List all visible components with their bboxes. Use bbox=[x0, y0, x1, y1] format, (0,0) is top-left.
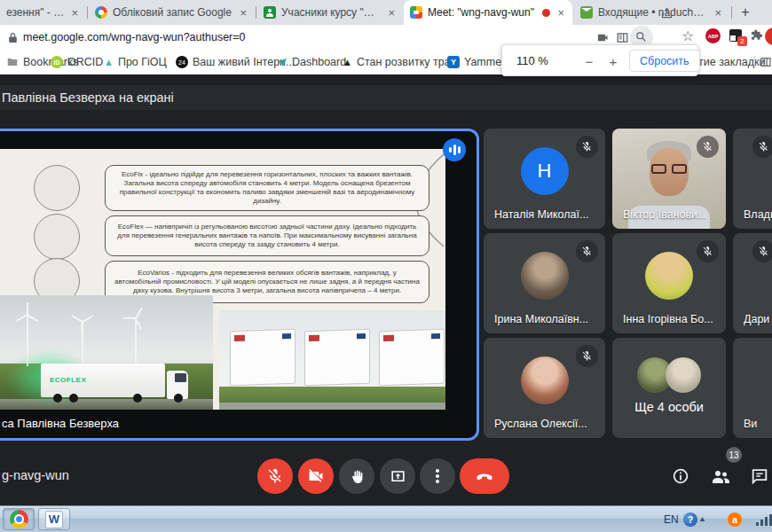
chat-button[interactable] bbox=[750, 466, 769, 486]
participant-tile-natalia[interactable]: Н Наталія Миколаї... bbox=[484, 129, 605, 229]
mic-toggle-button[interactable] bbox=[257, 458, 293, 494]
ecoflex-logo: ECOFLEX bbox=[50, 376, 86, 384]
trailer bbox=[230, 329, 295, 387]
video-person-glasses bbox=[650, 164, 689, 175]
lock-icon bbox=[7, 32, 19, 43]
participant-tile-you[interactable]: Ви bbox=[733, 338, 772, 438]
bookmark-orcid[interactable]: iD ORCID bbox=[51, 50, 103, 74]
divider bbox=[754, 56, 755, 68]
participant-name: Влади bbox=[744, 208, 772, 221]
close-icon[interactable]: × bbox=[713, 7, 723, 19]
taskbar-chrome-button[interactable] bbox=[3, 508, 35, 530]
tab-title: Обліковий запис Google bbox=[113, 6, 232, 19]
network-signal-icon[interactable] bbox=[756, 514, 772, 526]
participant-tile-viktor[interactable]: Віктор Іванови... bbox=[612, 129, 726, 229]
chrome-icon bbox=[10, 510, 28, 528]
end-call-button[interactable] bbox=[460, 458, 509, 494]
participant-tile-daryna[interactable]: Дари bbox=[733, 233, 772, 333]
close-icon[interactable]: × bbox=[555, 7, 566, 19]
mic-off-icon bbox=[752, 136, 772, 158]
tab-title: Учасники курсу "Допуск до за bbox=[281, 6, 381, 19]
participants-button[interactable] bbox=[710, 466, 731, 488]
raise-hand-button[interactable] bbox=[339, 458, 374, 494]
ecoflex-callout: EcoFlex — напівпричіп із регульованою ви… bbox=[105, 215, 429, 256]
avatar-initial: Н bbox=[538, 160, 552, 183]
participant-name: Ви bbox=[744, 418, 757, 430]
bookmark-stan[interactable]: ▲ Стан розвитку тра... bbox=[343, 50, 460, 74]
bookmark-dashboard[interactable]: Dashboard bbox=[276, 50, 346, 74]
tab-classroom[interactable]: Учасники курсу "Допуск до за × bbox=[257, 0, 403, 25]
url-text[interactable]: meet.google.com/wng-navg-wun?authuser=0 bbox=[23, 31, 246, 43]
show-hidden-icons[interactable]: ▴ bbox=[700, 513, 705, 532]
mic-off-icon bbox=[576, 345, 598, 367]
tab-course[interactable]: езення" - навча × bbox=[0, 0, 86, 25]
overflow-avatars bbox=[637, 357, 701, 393]
extensions-puzzle-icon[interactable] bbox=[750, 28, 763, 42]
turbine-blade bbox=[27, 302, 28, 315]
bookmark-star-icon[interactable]: ☆ bbox=[681, 27, 694, 44]
info-button[interactable] bbox=[671, 466, 690, 486]
avast-tray-icon[interactable]: a bbox=[728, 512, 742, 527]
adblock-extension-icon[interactable]: ABP bbox=[705, 28, 721, 43]
google-favicon bbox=[95, 6, 107, 19]
presenter-name-label: са Павлівна Безверха bbox=[2, 417, 119, 430]
present-button[interactable] bbox=[380, 458, 415, 494]
participant-tile-vlad[interactable]: Влади bbox=[733, 129, 772, 229]
new-tab-button[interactable]: + bbox=[735, 2, 756, 23]
bookmark-label: Dashboard bbox=[292, 56, 346, 68]
mic-off-icon bbox=[697, 136, 719, 158]
other-bookmarks[interactable]: тие закладки bbox=[698, 50, 765, 74]
more-people-label: Ще 4 особи bbox=[612, 400, 726, 414]
wind-turbine bbox=[135, 318, 137, 368]
participant-tile-overflow[interactable]: Ще 4 особи bbox=[612, 338, 726, 438]
meeting-code: g-navg-wun bbox=[2, 468, 69, 482]
close-icon[interactable]: × bbox=[238, 7, 248, 19]
participant-tile-ruslana[interactable]: Руслана Олексії... bbox=[484, 338, 605, 438]
folder-icon bbox=[6, 56, 19, 68]
participant-name: Інна Ігорівна Бо... bbox=[623, 313, 713, 325]
shared-screen-tile[interactable]: EcoFix - ідеально підійде для перевезенн… bbox=[0, 129, 479, 441]
zoom-in-button[interactable]: + bbox=[603, 51, 624, 72]
tab-mail[interactable]: Входящие • naduch@ukr.net × bbox=[574, 0, 729, 25]
avatar: Н bbox=[521, 147, 569, 195]
participant-tile-inna[interactable]: Інна Ігорівна Бо... bbox=[612, 233, 726, 333]
help-tray-icon[interactable]: ? bbox=[683, 512, 697, 527]
share-icon[interactable] bbox=[660, 6, 674, 20]
triangle-icon: ▲ bbox=[104, 56, 114, 68]
participant-name: Дари bbox=[744, 313, 769, 325]
tab-google-account[interactable]: Обліковий запис Google × bbox=[89, 0, 255, 25]
taskbar: W EN ? ▴ a bbox=[0, 505, 772, 532]
mail-favicon bbox=[580, 6, 593, 19]
participant-name: Руслана Олексії... bbox=[494, 418, 587, 430]
tab-title: Meet: "wng-navg-wun" bbox=[428, 6, 537, 19]
media-camera-icon[interactable] bbox=[596, 31, 610, 44]
ecoflex-trailer: ECOFLEX bbox=[41, 364, 165, 397]
recording-indicator bbox=[542, 9, 550, 17]
bullet-circle bbox=[34, 165, 80, 211]
bookmark-label: Стан розвитку тра... bbox=[357, 56, 460, 68]
taskbar-word-button[interactable]: W bbox=[38, 508, 70, 530]
close-icon[interactable]: × bbox=[69, 7, 80, 19]
zoom-popup: 110 % − + Сбросить bbox=[501, 44, 698, 76]
mic-off-icon bbox=[697, 240, 719, 262]
zoom-magnifier-icon[interactable] bbox=[634, 30, 648, 43]
tab-meet-active[interactable]: Meet: "wng-navg-wun" × bbox=[404, 0, 572, 25]
bookmark-label: ORCID bbox=[67, 56, 103, 68]
turbine-blade bbox=[82, 322, 83, 334]
side-panel-icon[interactable] bbox=[760, 56, 772, 68]
participant-tile-iryna[interactable]: Ірина Миколаївн... bbox=[484, 233, 605, 333]
presenting-banner: Павлівна Безверха на екрані bbox=[0, 85, 772, 110]
tab-strip: езення" - навча × Обліковий запис Google… bbox=[0, 0, 772, 25]
camera-toggle-button[interactable] bbox=[298, 458, 334, 494]
close-icon[interactable]: × bbox=[386, 7, 397, 19]
bullet-circle bbox=[34, 214, 80, 260]
audio-indicator-icon bbox=[443, 138, 466, 161]
zoom-out-button[interactable]: − bbox=[579, 51, 600, 72]
zoom-reset-button[interactable]: Сбросить bbox=[629, 50, 700, 72]
bookmark-gioc[interactable]: ▲ Про ГіОЦ bbox=[104, 50, 167, 74]
language-indicator[interactable]: EN bbox=[664, 513, 679, 532]
meet-favicon bbox=[410, 6, 422, 19]
zoom-level: 110 % bbox=[516, 54, 548, 67]
more-options-button[interactable] bbox=[420, 458, 455, 494]
translate-icon[interactable] bbox=[616, 31, 629, 44]
